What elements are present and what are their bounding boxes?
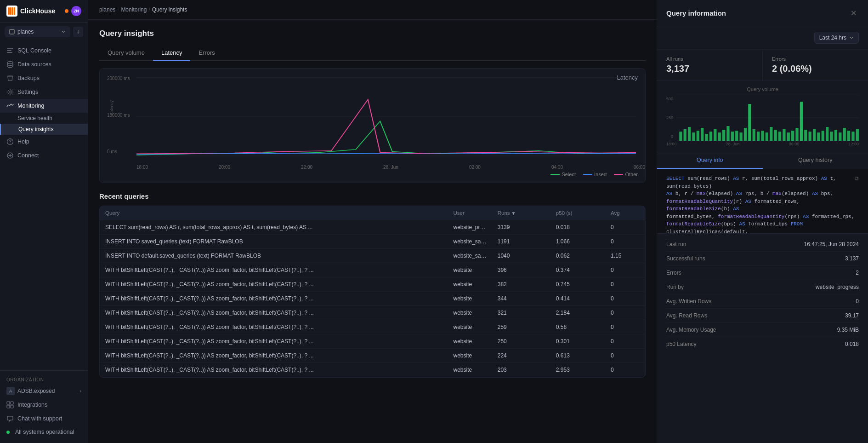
table-row[interactable]: WITH bitShiftLeft(CAST(?..), _CAST(?..))… <box>100 334 645 349</box>
cell-p50: 0.58 <box>550 320 605 334</box>
org-selector[interactable]: A ADSB.exposed › <box>0 384 88 398</box>
svg-rect-59 <box>847 131 850 141</box>
svg-rect-43 <box>778 132 781 141</box>
table-row[interactable]: WITH bitShiftLeft(CAST(?..), _CAST(?..))… <box>100 306 645 320</box>
svg-rect-60 <box>851 132 854 141</box>
cell-p50: 0.414 <box>550 292 605 306</box>
workspace-selector[interactable]: planes + <box>0 23 88 41</box>
avatar[interactable]: ZN <box>71 6 81 16</box>
mini-y-axis: 500 250 0 <box>666 95 673 141</box>
tab-query-history[interactable]: Query history <box>763 152 868 169</box>
mini-x-axis: 18:00 28. Jun 06:00 12:00 <box>666 142 859 146</box>
cell-avg: 0 <box>605 235 645 249</box>
cell-p50: 1.066 <box>550 235 605 249</box>
nav-section: SQL Console Data sources Backups Setting… <box>0 41 88 165</box>
y-axis: 200000 ms 100000 ms 0 ms <box>107 76 130 154</box>
svg-rect-49 <box>804 130 807 141</box>
table-row[interactable]: WITH bitShiftLeft(CAST(?..), _CAST(?..))… <box>100 292 645 306</box>
table-row[interactable]: WITH bitShiftLeft(CAST(?..), _CAST(?..))… <box>100 320 645 334</box>
cell-p50: 2.184 <box>550 306 605 320</box>
cell-runs: 259 <box>492 320 550 334</box>
info-row: Avg. Written Rows 0 <box>666 294 859 309</box>
tab-latency[interactable]: Latency <box>153 46 191 61</box>
cell-query: SELECT sum(read_rows) AS r, sum(total_ro… <box>100 220 448 235</box>
svg-rect-48 <box>800 102 803 141</box>
sidebar-item-backups[interactable]: Backups <box>0 71 88 85</box>
cell-runs: 1040 <box>492 249 550 263</box>
cell-user: website_saved_queries <box>448 249 492 263</box>
cell-avg: 0 <box>605 349 645 363</box>
content-area: Query insights Query volume Latency Erro… <box>88 20 657 443</box>
cell-runs: 344 <box>492 292 550 306</box>
copy-button[interactable]: ⧉ <box>855 175 859 183</box>
chart-tabs: Query volume Latency Errors <box>99 46 646 61</box>
svg-rect-33 <box>735 131 738 141</box>
svg-rect-30 <box>722 130 725 141</box>
info-rows: Last run 16:47:25, Jun 28 2024 Successfu… <box>657 234 868 355</box>
workspace-box[interactable]: planes <box>5 26 70 37</box>
tab-errors[interactable]: Errors <box>190 46 223 61</box>
page-title: Query insights <box>99 29 646 38</box>
errors-stat: Errors 2 (0.06%) <box>762 50 868 81</box>
cell-runs: 250 <box>492 334 550 349</box>
cell-avg: 1.15 <box>605 249 645 263</box>
add-workspace-button[interactable]: + <box>73 27 83 37</box>
svg-point-6 <box>9 91 11 93</box>
table-row[interactable]: INSERT INTO saved_queries (text) FORMAT … <box>100 235 645 249</box>
svg-rect-4 <box>10 29 14 34</box>
table-row[interactable]: SELECT sum(read_rows) AS r, sum(total_ro… <box>100 220 645 235</box>
svg-rect-54 <box>826 127 828 141</box>
svg-rect-39 <box>761 131 764 141</box>
panel-controls: Last 24 hrs <box>657 26 868 50</box>
table-row[interactable]: WITH bitShiftLeft(CAST(?..), _CAST(?..))… <box>100 349 645 363</box>
sidebar-item-query-insights[interactable]: Query insights <box>0 124 88 135</box>
tab-query-info[interactable]: Query info <box>657 152 763 169</box>
svg-rect-2 <box>12 7 13 15</box>
close-button[interactable]: ✕ <box>848 7 859 18</box>
cell-query: WITH bitShiftLeft(CAST(?..), _CAST(?..))… <box>100 349 448 363</box>
legend-insert: Insert <box>583 172 607 177</box>
svg-rect-12 <box>7 405 10 408</box>
cell-avg: 0 <box>605 277 645 292</box>
svg-rect-22 <box>688 127 691 141</box>
svg-rect-61 <box>856 129 859 141</box>
cell-runs: 321 <box>492 306 550 320</box>
recent-queries-title: Recent queries <box>99 192 646 200</box>
legend-select: Select <box>550 172 576 177</box>
sidebar-item-sql-console[interactable]: SQL Console <box>0 44 88 58</box>
svg-rect-11 <box>11 402 13 404</box>
cell-query: WITH bitShiftLeft(CAST(?..), _CAST(?..))… <box>100 306 448 320</box>
svg-rect-13 <box>11 405 13 408</box>
table-row[interactable]: WITH bitShiftLeft(CAST(?..), _CAST(?..))… <box>100 263 645 277</box>
sidebar-item-help[interactable]: Help <box>0 135 88 149</box>
cell-user: website <box>448 363 492 377</box>
panel-stats: All runs 3,137 Errors 2 (0.06%) <box>657 50 868 81</box>
sidebar-item-settings[interactable]: Settings <box>0 85 88 99</box>
time-range-select[interactable]: Last 24 hrs <box>814 32 859 44</box>
sidebar-item-service-health[interactable]: Service health <box>0 113 88 124</box>
info-row: Errors 2 <box>666 266 859 280</box>
tab-query-volume[interactable]: Query volume <box>99 46 153 61</box>
sidebar-item-chat-support[interactable]: Chat with support <box>0 412 88 426</box>
svg-rect-46 <box>791 131 794 141</box>
cell-query: WITH bitShiftLeft(CAST(?..), _CAST(?..))… <box>100 363 448 377</box>
table-row[interactable]: WITH bitShiftLeft(CAST(?..), _CAST(?..))… <box>100 363 645 377</box>
mini-chart-svg <box>677 95 859 141</box>
table-row[interactable]: WITH bitShiftLeft(CAST(?..), _CAST(?..))… <box>100 277 645 292</box>
svg-rect-37 <box>753 129 755 141</box>
cell-user: website_progress <box>448 220 492 235</box>
svg-rect-41 <box>770 127 772 141</box>
query-sql-text: ⧉ SELECT sum(read_rows) AS r, sum(total_… <box>657 169 868 234</box>
table-row[interactable]: INSERT INTO default.saved_queries (text)… <box>100 249 645 263</box>
svg-rect-29 <box>718 132 721 141</box>
cell-query: WITH bitShiftLeft(CAST(?..), _CAST(?..))… <box>100 334 448 349</box>
svg-rect-27 <box>709 132 712 141</box>
sidebar-item-connect[interactable]: Connect <box>0 149 88 162</box>
svg-point-5 <box>7 62 13 64</box>
col-query: Query <box>100 206 448 220</box>
sidebar-item-integrations[interactable]: Integrations <box>0 398 88 412</box>
cell-query: WITH bitShiftLeft(CAST(?..), _CAST(?..))… <box>100 263 448 277</box>
sidebar-item-monitoring[interactable]: Monitoring <box>0 99 88 113</box>
sidebar-item-data-sources[interactable]: Data sources <box>0 58 88 71</box>
cell-user: website <box>448 292 492 306</box>
